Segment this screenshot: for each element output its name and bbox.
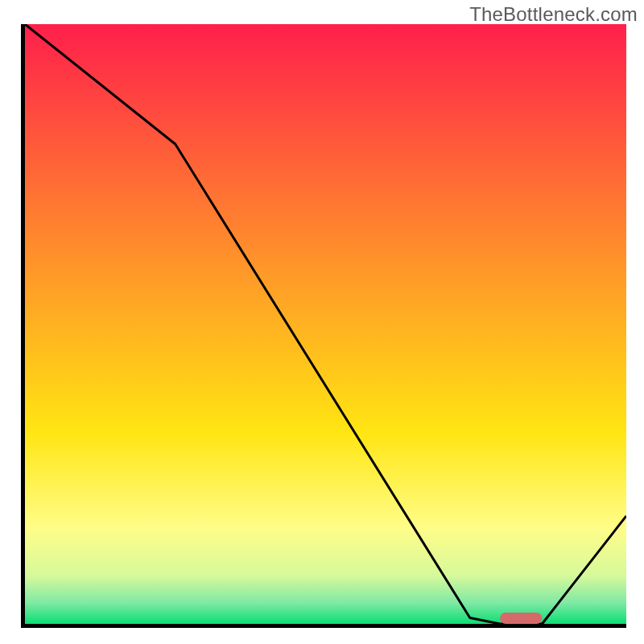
optimal-zone-marker	[500, 613, 542, 624]
chart-frame: TheBottleneck.com	[0, 0, 644, 644]
chart-svg	[21, 24, 626, 628]
plot-area	[21, 24, 626, 628]
watermark-text: TheBottleneck.com	[469, 3, 638, 26]
gradient-background	[25, 24, 626, 624]
